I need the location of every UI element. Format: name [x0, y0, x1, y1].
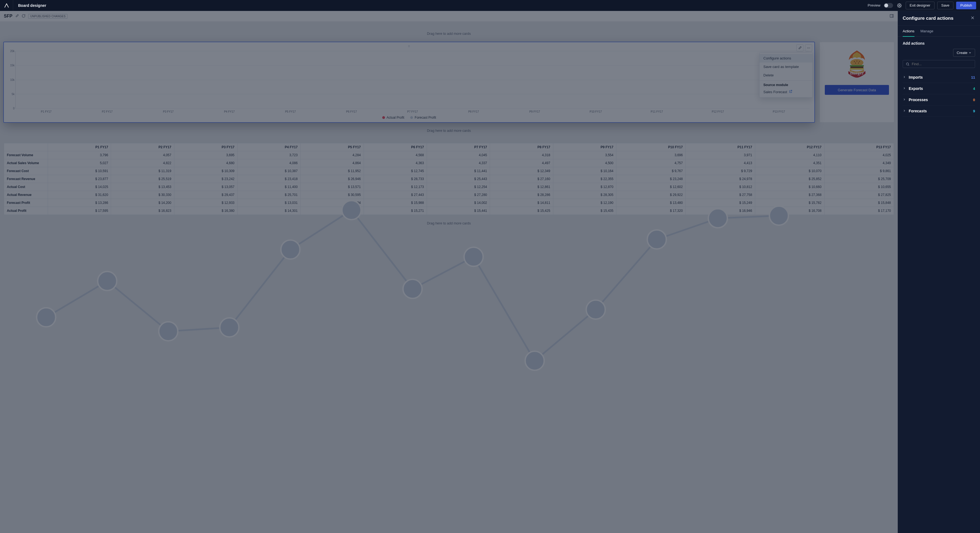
gear-icon[interactable]: [896, 2, 903, 9]
refresh-icon[interactable]: [22, 14, 25, 19]
accordion-count: 9: [973, 109, 975, 113]
svg-rect-27: [850, 68, 864, 70]
chevron-right-icon: [903, 98, 906, 102]
card-context-menu: Configure actions Save card as template …: [759, 52, 813, 98]
board-subheader: SFP UNPUBLISHED CHANGES: [0, 11, 898, 21]
svg-point-10: [281, 240, 300, 259]
tab-manage[interactable]: Manage: [921, 26, 933, 36]
table-cell: $ 10,655: [824, 183, 894, 191]
svg-point-18: [769, 206, 788, 225]
accordion-item-imports[interactable]: Imports11: [903, 72, 975, 83]
edit-name-icon[interactable]: [15, 14, 19, 19]
chevron-right-icon: [903, 75, 906, 79]
svg-point-6: [37, 308, 56, 327]
accordion-count: 11: [971, 75, 975, 79]
drag-handle-icon[interactable]: ⠿: [408, 45, 410, 48]
app-logo[interactable]: [0, 0, 13, 11]
accordion-label: Imports: [909, 75, 923, 79]
accordion-item-processes[interactable]: Processes0: [903, 94, 975, 106]
search-input[interactable]: [912, 62, 972, 66]
accordion-label: Forecasts: [909, 109, 927, 113]
svg-point-7: [98, 271, 116, 290]
table-cell: $ 25,709: [824, 175, 894, 183]
search-icon: [906, 62, 910, 66]
svg-text:Burger: Burger: [850, 70, 864, 76]
page-title: Board designer: [13, 3, 51, 8]
create-button[interactable]: Create: [953, 49, 975, 57]
svg-point-9: [220, 318, 239, 337]
svg-point-14: [525, 351, 544, 370]
preview-toggle[interactable]: [884, 3, 893, 8]
table-cell: $ 9,861: [824, 167, 894, 175]
svg-point-15: [586, 300, 605, 319]
svg-point-13: [464, 247, 483, 266]
table-cell: $ 27,825: [824, 191, 894, 199]
drop-zone-top[interactable]: Drag here to add more cards: [4, 25, 894, 42]
board-name: SFP: [4, 14, 12, 19]
svg-point-24: [858, 62, 859, 63]
svg-point-0: [899, 5, 900, 6]
save-button[interactable]: Save: [937, 2, 954, 10]
menu-source-link[interactable]: Sales Forecast: [760, 87, 813, 96]
edit-card-icon[interactable]: [796, 44, 803, 52]
image-action-card: Burger Generate Forecast Data: [820, 42, 894, 122]
card-more-icon[interactable]: [805, 44, 812, 52]
menu-configure-actions[interactable]: Configure actions: [760, 54, 813, 62]
table-cell: $ 15,848: [824, 199, 894, 207]
accordion-label: Exports: [909, 86, 923, 91]
y-tick: 15k: [8, 64, 14, 67]
unpublished-badge: UNPUBLISHED CHANGES: [28, 14, 67, 19]
config-panel: Configure card actions Actions Manage Ad…: [898, 11, 980, 533]
svg-point-12: [403, 279, 422, 298]
publish-button[interactable]: Publish: [956, 2, 976, 10]
svg-point-23: [855, 62, 856, 63]
main-canvas: SFP UNPUBLISHED CHANGES Drag here to add…: [0, 11, 898, 533]
y-tick: 10k: [8, 78, 14, 81]
accordion-label: Processes: [909, 98, 928, 102]
svg-rect-1: [890, 14, 893, 17]
svg-point-17: [708, 209, 727, 228]
svg-point-31: [906, 63, 908, 65]
y-tick: 5k: [8, 92, 14, 95]
svg-point-8: [159, 322, 178, 341]
svg-point-21: [856, 60, 858, 62]
config-panel-title: Configure card actions: [903, 16, 953, 21]
generate-forecast-button[interactable]: Generate Forecast Data: [825, 85, 889, 95]
preview-label: Preview: [867, 3, 880, 7]
accordion-item-exports[interactable]: Exports4: [903, 83, 975, 94]
chart-plot: 05k10k15k20kP1 FY17P2 FY17P3 FY17P4 FY17…: [15, 51, 810, 108]
svg-point-11: [342, 201, 361, 219]
chevron-right-icon: [903, 109, 906, 113]
tab-actions[interactable]: Actions: [903, 26, 915, 36]
open-external-icon: [789, 90, 792, 94]
table-column-header: P13 FY17: [824, 143, 894, 151]
chart-card[interactable]: ⠿ Configure actions Save card as templat…: [4, 42, 815, 122]
chevron-down-icon: [969, 51, 972, 54]
svg-point-20: [854, 61, 855, 62]
svg-rect-25: [850, 65, 864, 67]
menu-save-template[interactable]: Save card as template: [760, 62, 813, 71]
menu-source-module-label: Source module: [760, 81, 813, 87]
y-tick: 0: [8, 107, 14, 110]
brand-image: Burger: [840, 47, 873, 80]
svg-point-4: [808, 48, 809, 48]
svg-line-32: [908, 65, 909, 65]
table-cell: $ 17,170: [824, 207, 894, 215]
chevron-right-icon: [903, 87, 906, 91]
accordion-item-forecasts[interactable]: Forecasts9: [903, 106, 975, 117]
add-actions-label: Add actions: [903, 41, 975, 46]
search-input-wrap[interactable]: [903, 60, 975, 68]
table-cell: 4,349: [824, 159, 894, 167]
svg-point-5: [810, 48, 810, 48]
svg-point-22: [859, 61, 860, 62]
svg-rect-26: [850, 67, 864, 68]
y-tick: 20k: [8, 49, 14, 52]
close-icon[interactable]: [970, 15, 975, 21]
svg-point-16: [648, 230, 666, 249]
svg-point-19: [850, 59, 864, 66]
toggle-panel-icon[interactable]: [889, 14, 894, 19]
topbar: Board designer Preview Exit designer Sav…: [0, 0, 980, 11]
menu-delete[interactable]: Delete: [760, 71, 813, 79]
exit-designer-button[interactable]: Exit designer: [906, 2, 934, 10]
accordion-count: 4: [973, 87, 975, 91]
